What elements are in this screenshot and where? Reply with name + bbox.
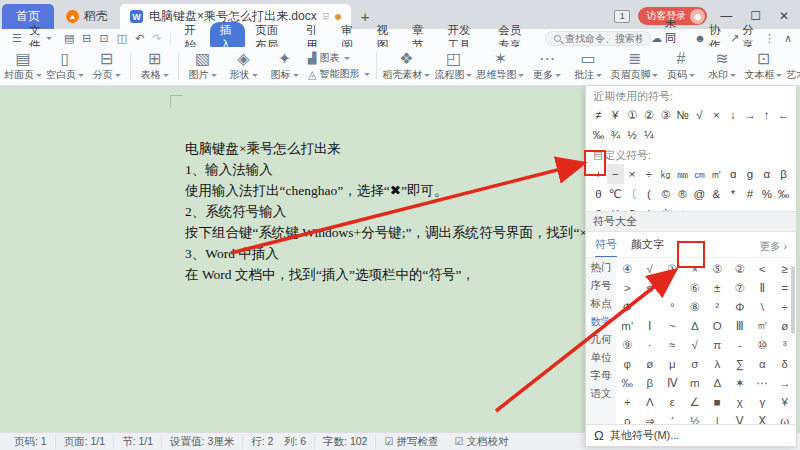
category-item[interactable]: 几何 [586, 330, 616, 348]
window-count-badge[interactable]: 1 [614, 10, 630, 23]
ribbon-button[interactable]: ❖稻壳素材 [380, 50, 432, 82]
symbol-cell[interactable]: Ⅴ [736, 414, 744, 425]
symbol-cell[interactable]: ρ [624, 415, 631, 425]
symbol-cell[interactable]: Ⅳ [667, 376, 678, 390]
symbol-cell[interactable]: δ [782, 358, 788, 370]
symbol-cell[interactable]: = [781, 282, 788, 294]
ribbon-button[interactable]: ⊡文本框 [742, 50, 784, 82]
symbol-cell[interactable]: ² [715, 301, 719, 313]
symbol-cell[interactable]: ω [780, 415, 789, 425]
symbol-cell[interactable]: ≤ [758, 204, 775, 211]
symbol-cell[interactable]: ① [667, 262, 677, 276]
symbol-cell[interactable]: π [713, 339, 721, 351]
symbol-cell[interactable]: ¥ [782, 396, 788, 408]
symbol-cell[interactable]: * [725, 184, 742, 204]
ribbon-button[interactable]: ▟图表 [308, 51, 370, 65]
symbol-cell[interactable]: ← [775, 105, 792, 125]
symbol-cell[interactable]: · [648, 339, 652, 351]
symbol-cell[interactable]: ¥ [607, 105, 624, 125]
symbol-cell[interactable]: γ [759, 396, 765, 408]
symbol-cell[interactable]: ⋯ [757, 376, 769, 390]
symbol-cell[interactable]: ㎝ [691, 164, 708, 184]
symbol-cell[interactable]: ① [624, 105, 641, 125]
symbol-cell[interactable]: - [738, 339, 742, 351]
symbol-cell[interactable]: 〔 [624, 184, 641, 204]
symbol-cell[interactable]: Λ [646, 396, 654, 408]
ribbon-button[interactable]: ≣页眉页脚 [608, 50, 660, 82]
print-icon[interactable]: ⊡ [96, 32, 113, 45]
scrollbar[interactable] [791, 266, 795, 334]
symbol-cell[interactable]: ∠ [690, 395, 700, 409]
symbol-cell[interactable]: < [759, 263, 766, 275]
symbol-cell[interactable]: > [742, 204, 759, 211]
symbol-cell[interactable]: ※ [657, 204, 674, 211]
symbol-cell[interactable]: α [759, 358, 766, 370]
symbol-cell[interactable]: ≈ [691, 204, 708, 211]
ribbon-button[interactable]: ▤封面页 [2, 50, 44, 82]
symbol-cell[interactable]: ■ [714, 396, 721, 408]
spell-check-button[interactable]: ☑拼写检查 [376, 435, 446, 449]
symbol-cell[interactable]: ³ [783, 339, 787, 351]
symbol-cell[interactable]: β [775, 164, 792, 184]
symbol-cell[interactable]: ® [674, 184, 691, 204]
symbol-cell[interactable]: © [657, 184, 674, 204]
symbol-cell[interactable]: ‰ [775, 184, 792, 204]
symbol-cell[interactable]: Φ [623, 301, 632, 313]
proofread-button[interactable]: ☑文档校对 [446, 435, 516, 449]
symbol-cell[interactable]: m' [621, 320, 633, 332]
symbol-cell[interactable]: − [607, 164, 624, 184]
symbol-cell[interactable]: ° [670, 301, 675, 313]
symbol-cell[interactable]: ÷ [641, 164, 658, 184]
symbol-cell[interactable]: Δ [691, 320, 699, 332]
symbol-cell[interactable]: § [590, 204, 607, 211]
symbol-cell[interactable]: Ⅰ [648, 319, 651, 333]
symbol-cell[interactable]: < [725, 204, 742, 211]
symbol-cell[interactable]: # [742, 184, 759, 204]
symbol-cell[interactable]: Ⅲ [736, 319, 744, 333]
symbol-cell[interactable]: ½ [624, 125, 641, 145]
symbol-cell[interactable]: m [690, 377, 700, 389]
symbol-cell[interactable]: ∑ [736, 358, 744, 370]
symbol-cell[interactable]: ↑ [758, 105, 775, 125]
symbol-cell[interactable]: g [742, 164, 759, 184]
symbol-cell[interactable]: ↓ [725, 105, 742, 125]
symbol-cell[interactable]: + [624, 396, 631, 408]
symbol-cell[interactable]: ~ [669, 320, 676, 332]
category-item[interactable]: 序号 [586, 276, 616, 294]
symbol-cell[interactable]: ≤ [647, 282, 653, 294]
symbol-cell[interactable]: ⑧ [690, 300, 700, 314]
ribbon-button[interactable]: ▭批注 [567, 50, 608, 82]
redo-icon[interactable]: ↷ [148, 32, 165, 45]
category-item[interactable]: 字母 [586, 366, 616, 384]
docer-tab[interactable]: ▲ 稻壳 [54, 4, 120, 29]
symbol-cell[interactable]: ¾ [607, 125, 624, 145]
symbol-cell[interactable]: \ [761, 301, 764, 313]
panel-tab[interactable]: 颜文字 [631, 237, 664, 258]
ribbon-button[interactable]: ✦图标 [264, 50, 305, 82]
symbol-cell[interactable] [708, 204, 725, 211]
symbol-cell[interactable]: × [691, 263, 698, 275]
ribbon-button[interactable]: A艺术字 [784, 50, 800, 82]
symbol-cell[interactable]: ㎡ [708, 164, 725, 184]
category-item[interactable]: 单位 [586, 348, 616, 366]
symbol-cell[interactable]: ㎡ [757, 318, 769, 333]
ribbon-button[interactable]: #页码 [660, 50, 701, 82]
symbol-cell[interactable]: ½ [690, 415, 700, 425]
symbol-cell[interactable]: σ [691, 358, 698, 370]
symbol-cell[interactable]: ε [670, 396, 675, 408]
symbol-cell[interactable]: ⇒ [645, 414, 655, 425]
symbol-cell[interactable]: ⊙ [674, 204, 691, 211]
symbol-cell[interactable]: ′ [671, 415, 673, 425]
symbol-cell[interactable]: ㎜ [674, 164, 691, 184]
symbol-cell[interactable]: √ [691, 105, 708, 125]
ribbon-button[interactable]: ◬智能图形 [308, 67, 370, 81]
symbol-cell[interactable]: λ [714, 358, 720, 370]
symbol-cell[interactable]: ③ [657, 105, 674, 125]
symbol-cell[interactable]: ! [641, 204, 658, 211]
other-symbols-button[interactable]: Ω 其他符号(M)... [586, 424, 796, 446]
symbol-cell[interactable]: μ [669, 358, 676, 370]
symbol-cell[interactable]: ⑤ [712, 262, 722, 276]
symbol-cell[interactable]: ② [735, 262, 745, 276]
more-menu-icon[interactable]: ⋮ [764, 32, 775, 45]
symbol-cell[interactable]: ⑩ [757, 338, 767, 352]
